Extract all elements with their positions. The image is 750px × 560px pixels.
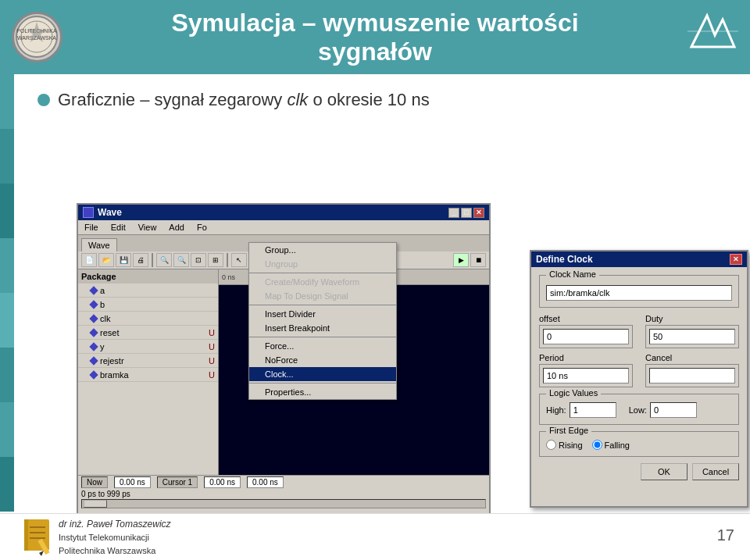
high-label: High: — [546, 405, 566, 415]
svg-rect-9 — [24, 519, 28, 551]
tb-save[interactable]: 💾 — [116, 253, 131, 267]
cursor-delta: 0.00 ns — [247, 476, 284, 488]
ctx-sep1 — [249, 273, 396, 273]
logic-values-row: High: Low: — [546, 402, 732, 418]
dialog-close-button[interactable]: ✕ — [730, 254, 742, 265]
high-group: High: — [546, 402, 616, 418]
tb-print[interactable]: 🖨 — [133, 253, 148, 267]
tb-run[interactable]: ▶ — [453, 253, 469, 267]
clock-name-input[interactable] — [546, 285, 732, 301]
cursor-label: Cursor 1 — [157, 476, 198, 488]
sig-name-rejestr: rejestr — [100, 356, 124, 366]
menu-format[interactable]: Fo — [194, 222, 210, 233]
dialog-titlebar: Define Clock ✕ — [531, 251, 747, 267]
maximize-button[interactable]: □ — [461, 208, 472, 218]
ctx-noforce[interactable]: NoForce — [249, 353, 396, 367]
signal-reset[interactable]: reset U — [78, 326, 218, 340]
tb-zoom-out[interactable]: 🔍 — [173, 253, 189, 267]
sig-diamond-reset — [89, 328, 98, 337]
dialog-title: Define Clock — [536, 254, 593, 265]
tb-new[interactable]: 📄 — [81, 253, 97, 267]
sig-val-y: U — [209, 342, 215, 351]
ctx-insert-divider[interactable]: Insert Divider — [249, 307, 396, 321]
radio-rising-input[interactable] — [546, 440, 556, 450]
sidebar-bar-5 — [0, 293, 14, 348]
radio-falling[interactable]: Falling — [592, 440, 630, 450]
ctx-properties[interactable]: Properties... — [249, 385, 396, 399]
tb-sep1 — [152, 253, 153, 267]
high-input[interactable] — [570, 402, 616, 418]
signal-a[interactable]: a — [78, 284, 218, 298]
tb-open[interactable]: 📂 — [98, 253, 114, 267]
sig-diamond-y — [89, 342, 98, 351]
ctx-force[interactable]: Force... — [249, 339, 396, 353]
ctx-create-waveform[interactable]: Create/Modify Waveform — [249, 275, 396, 289]
tb-stop[interactable]: ⏹ — [470, 253, 486, 267]
menu-edit[interactable]: Edit — [108, 222, 129, 233]
tb-zoom-range[interactable]: ⊞ — [208, 253, 223, 267]
signal-list-header: Package — [78, 269, 218, 284]
duty-input[interactable] — [649, 329, 735, 344]
ctx-insert-breakpoint[interactable]: Insert Breakpoint — [249, 321, 396, 335]
radio-rising[interactable]: Rising — [546, 440, 583, 450]
footer: dr inż. Paweł Tomaszewicz Instytut Telek… — [0, 513, 750, 560]
footer-institution2: Politechnika Warszawska — [59, 544, 171, 558]
radio-group: Rising Falling — [546, 440, 732, 450]
dialog-buttons: OK Cancel — [539, 463, 739, 480]
university-logo: POLITECHNIKA WARSZAWSKA — [12, 12, 62, 62]
cancel-col: Cancel — [645, 353, 739, 387]
signal-rejestr[interactable]: rejestr U — [78, 354, 218, 368]
ok-button[interactable]: OK — [641, 463, 688, 480]
define-clock-dialog: Define Clock ✕ Clock Name offset — [530, 250, 748, 508]
sig-name-y: y — [100, 342, 105, 351]
menu-file[interactable]: File — [81, 222, 102, 233]
book-pencil-icon — [16, 518, 59, 557]
offset-input[interactable] — [543, 329, 629, 344]
sig-diamond-bramka — [89, 370, 98, 379]
period-label: Period — [539, 353, 633, 362]
cancel-dialog-button[interactable]: Cancel — [692, 463, 739, 480]
ctx-sep2 — [249, 305, 396, 305]
signal-y[interactable]: y U — [78, 340, 218, 354]
signal-clk[interactable]: clk — [78, 312, 218, 326]
wave-tab[interactable]: Wave — [81, 238, 117, 251]
menu-view[interactable]: View — [135, 222, 160, 233]
close-button[interactable]: ✕ — [473, 208, 484, 218]
cancel-section — [645, 364, 739, 387]
signal-bramka[interactable]: bramka U — [78, 368, 218, 382]
menu-add[interactable]: Add — [166, 222, 188, 233]
page-number: 17 — [717, 526, 734, 544]
tb-zoom-fit[interactable]: ⊡ — [191, 253, 206, 267]
ctx-map-signal[interactable]: Map To Design Signal — [249, 289, 396, 303]
clock-name-section-title: Clock Name — [546, 269, 599, 279]
sig-val-rejestr: U — [209, 356, 215, 366]
sidebar-bar-7 — [0, 402, 14, 457]
scrollbar-thumb[interactable] — [84, 500, 107, 508]
tb-cursor[interactable]: ↖ — [231, 253, 247, 267]
duty-col: Duty — [645, 314, 739, 348]
main-content: Graficznie – sygnał zegarowy clk o okres… — [14, 74, 750, 513]
ctx-clock[interactable]: Clock... — [249, 367, 396, 381]
ctx-sep3 — [249, 337, 396, 337]
sig-name-clk: clk — [100, 314, 110, 323]
signal-b[interactable]: b — [78, 298, 218, 312]
period-input[interactable] — [543, 368, 629, 383]
duty-section — [645, 325, 739, 348]
sidebar-bar-2 — [0, 129, 14, 184]
sidebar-bars — [0, 74, 14, 512]
minimize-button[interactable]: _ — [448, 208, 459, 218]
radio-falling-input[interactable] — [592, 440, 602, 450]
ctx-ungroup[interactable]: Ungroup — [249, 257, 396, 271]
scrollbar[interactable] — [81, 499, 486, 508]
svg-marker-14 — [39, 551, 44, 556]
sidebar-bar-3 — [0, 184, 14, 238]
logic-values-section: Logic Values High: Low: — [539, 394, 739, 425]
low-input[interactable] — [650, 402, 697, 418]
ctx-group[interactable]: Group... — [249, 243, 396, 257]
cancel-input[interactable] — [649, 368, 735, 383]
window-controls: _ □ ✕ — [448, 208, 484, 218]
footer-text: dr inż. Paweł Tomaszewicz Instytut Telek… — [59, 517, 171, 557]
signal-list: Package a b clk — [78, 269, 219, 477]
tb-zoom-in[interactable]: 🔍 — [156, 253, 172, 267]
status-bar: Now 0.00 ns Cursor 1 0.00 ns 0.00 ns 0 p… — [78, 475, 489, 514]
